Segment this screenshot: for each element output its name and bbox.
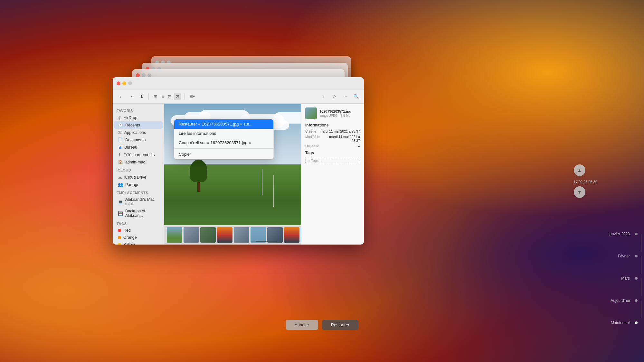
sidebar-item-mac-mini[interactable]: 💻 Aleksandr's Mac mini [114, 196, 163, 208]
documents-icon: 📄 [118, 137, 123, 142]
thumb-7[interactable] [267, 227, 283, 243]
finder-titlebar [113, 77, 364, 89]
thumb-2[interactable] [184, 227, 199, 243]
thumb-5[interactable] [234, 227, 249, 243]
sidebar-item-icloud-drive[interactable]: ☁ iCloud Drive [114, 173, 163, 181]
timeline-dot-mars [635, 277, 638, 280]
close-button[interactable] [117, 81, 120, 85]
thumb-inner-8 [284, 227, 299, 243]
sidebar-item-backups[interactable]: 💾 Backups of Aleksan... [114, 208, 163, 219]
toolbar-separator-1 [148, 93, 149, 100]
sidebar-label-orange: Orange [123, 235, 137, 240]
file-thumbnail [305, 107, 317, 119]
sidebar-item-partage[interactable]: 👥 Partagé [114, 181, 163, 188]
sidebar-section-favoris: Favoris [113, 106, 164, 114]
thumb-inner-1 [167, 227, 182, 243]
thumbnail-strip [164, 225, 301, 245]
sidebar-item-recents[interactable]: 🕐 Récents [114, 121, 163, 129]
timeline-item-aujourdhui[interactable]: Aujourd'hui [599, 298, 644, 303]
sidebar-label-red: Red [123, 228, 131, 233]
thumb-8[interactable] [284, 227, 299, 243]
ground-layer [164, 164, 301, 225]
timeline-item-janvier[interactable]: janvier 2023 [599, 232, 644, 236]
nav-date: 17.02.23 05:30 [574, 180, 597, 184]
sidebar-label-applications: Applications [124, 130, 146, 135]
cancel-button[interactable]: Annuler [286, 320, 318, 330]
forward-button[interactable]: › [127, 92, 136, 101]
timeline-dot-fevrier [635, 255, 638, 257]
sidebar-label-bureau: Bureau [124, 145, 137, 150]
sidebar-item-airdrop[interactable]: ◎ AirDrop [114, 114, 163, 121]
filetype-label: Image JPEG - 8,9 Mo [319, 114, 351, 117]
fullscreen-button[interactable] [128, 81, 132, 85]
column-view-button[interactable]: ⊟ [166, 93, 173, 100]
home-icon: 🏠 [118, 160, 123, 164]
cloud-7 [274, 112, 301, 124]
shared-icon: 👥 [118, 182, 123, 187]
info-row-modified: Modifié le mardi 11 mai 2021 à 23:37 [305, 135, 360, 143]
tl-red-1 [136, 73, 140, 77]
timeline-dot-janvier [635, 233, 638, 235]
sidebar-item-applications[interactable]: ⌘ Applications [114, 129, 163, 136]
tags-input[interactable]: + Tags... [305, 157, 360, 164]
more-button[interactable]: ··· [341, 92, 350, 101]
sort-button[interactable]: ⊞▾ [188, 92, 197, 101]
thumb-inner-7 [267, 227, 283, 243]
nav-up-button[interactable]: ▲ [574, 164, 585, 176]
info-row-created: Créé le mardi 11 mai 2021 à 23:37 [305, 129, 360, 133]
sidebar-label-recents: Récents [125, 123, 140, 127]
finder-window: ‹ › 1 ⊞ ≡ ⊟ ⊠ ⊞▾ ↑ ◇ ··· 🔍 Favoris ◎ Air… [113, 77, 364, 245]
tags-section-title: Tags [305, 151, 360, 155]
info-row-opened: Ouvert le -- [305, 144, 360, 148]
thumb-inner-4 [217, 227, 232, 243]
computer-icon: 💻 [118, 200, 123, 204]
recents-icon: 🕐 [118, 123, 123, 127]
sidebar-item-admin-mac[interactable]: 🏠 admin-mac [114, 158, 163, 166]
view-icon-button[interactable]: ⊞ [152, 93, 159, 100]
info-section-title: Informations [305, 123, 360, 127]
bureau-icon: 🖥 [118, 145, 122, 150]
finder-sidebar: Favoris ◎ AirDrop 🕐 Récents ⌘ Applicatio… [113, 104, 164, 245]
sidebar-label-admin-mac: admin-mac [125, 160, 145, 164]
timeline-item-mars[interactable]: Mars [599, 276, 644, 281]
thumb-3[interactable] [200, 227, 216, 243]
info-val-modified: mardi 11 mai 2021 à 23:37 [321, 135, 360, 143]
tag-yellow-dot [118, 243, 121, 245]
navigation-arrows: ▲ 17.02.23 05:30 ▼ [574, 164, 597, 198]
info-key-opened: Ouvert le [305, 144, 319, 148]
menu-item-quicklook[interactable]: Coup d'œil sur « 1620736203571.jpg » [174, 138, 273, 147]
thumb-6[interactable] [251, 227, 266, 243]
nav-down-button[interactable]: ▼ [574, 186, 585, 198]
sidebar-item-documents[interactable]: 📄 Documents [114, 136, 163, 144]
menu-item-info[interactable]: Lire les informations [174, 129, 273, 138]
sidebar-label-airdrop: AirDrop [124, 116, 137, 120]
tree-canopy [190, 160, 207, 182]
menu-item-copy[interactable]: Copier [174, 150, 273, 159]
sidebar-item-tag-red[interactable]: Red [114, 227, 163, 234]
minimize-button[interactable] [122, 81, 126, 85]
thumb-1[interactable] [167, 227, 182, 243]
sidebar-label-yellow: Yellow [123, 242, 135, 245]
sidebar-item-tag-orange[interactable]: Orange [114, 234, 163, 241]
restore-button[interactable]: Restaurer [322, 320, 358, 330]
downloads-icon: ⬇ [118, 152, 121, 157]
gallery-view-button[interactable]: ⊠ [174, 93, 181, 100]
share-button[interactable]: ↑ [319, 92, 328, 101]
sidebar-item-bureau[interactable]: 🖥 Bureau [114, 144, 163, 151]
sidebar-item-telechargements[interactable]: ⬇ Téléchargements [114, 151, 163, 158]
sidebar-item-tag-yellow[interactable]: Yellow [114, 241, 163, 245]
list-view-button[interactable]: ≡ [160, 93, 166, 100]
file-header: 1620736203571.jpg Image JPEG - 8,9 Mo [305, 107, 360, 119]
search-button[interactable]: 🔍 [352, 92, 361, 101]
power-pole [262, 169, 263, 195]
timeline-item-fevrier[interactable]: Février [599, 254, 644, 258]
tag-button[interactable]: ◇ [330, 92, 339, 101]
road-marker [273, 175, 274, 207]
thumb-4[interactable] [217, 227, 232, 243]
airdrop-icon: ◎ [118, 115, 121, 120]
bottom-action-buttons: Annuler Restaurer [286, 320, 358, 330]
menu-item-restore[interactable]: Restaurer « 1620736203571.jpg » sur... [174, 119, 273, 129]
back-button[interactable]: ‹ [116, 92, 125, 101]
timeline-item-maintenant[interactable]: Maintenant [599, 320, 644, 325]
timeline-dot-maintenant [635, 321, 638, 324]
